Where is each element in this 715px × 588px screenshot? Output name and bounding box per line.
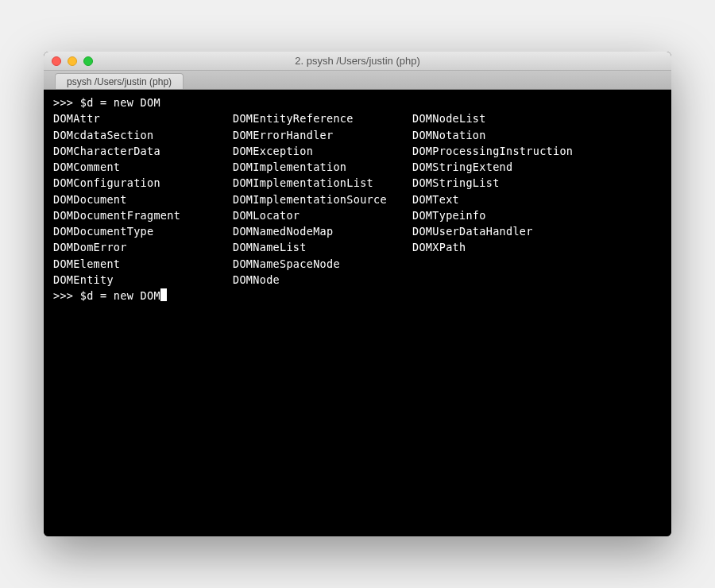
completion-item: DOMDocumentType (53, 223, 233, 239)
completion-item: DOMComment (53, 159, 233, 175)
completion-item: DOMNameSpaceNode (233, 256, 412, 272)
completion-item: DOMUserDataHandler (412, 223, 592, 239)
tab-bar: psysh /Users/justin (php) (44, 71, 671, 90)
completion-item: DOMNode (233, 272, 412, 288)
completion-column-2: DOMEntityReference DOMErrorHandler DOMEx… (233, 110, 412, 288)
completion-item: DOMXPath (412, 239, 592, 255)
completion-item: DOMStringList (412, 175, 592, 191)
completion-item: DOMImplementationSource (233, 191, 412, 207)
completion-item: DOMException (233, 143, 412, 159)
maximize-button[interactable] (83, 56, 93, 66)
completion-item: DOMProcessingInstruction (412, 143, 592, 159)
completion-item: DOMNameList (233, 239, 412, 255)
completion-item: DOMLocator (233, 207, 412, 223)
close-button[interactable] (52, 56, 61, 66)
completion-item: DOMErrorHandler (233, 127, 412, 143)
terminal-tab[interactable]: psysh /Users/justin (php) (55, 73, 184, 89)
completion-item: DOMNodeList (412, 110, 592, 126)
terminal-window: 2. psysh /Users/justin (php) psysh /User… (44, 52, 671, 536)
completion-item: DOMNotation (412, 127, 592, 143)
window-titlebar[interactable]: 2. psysh /Users/justin (php) (44, 52, 671, 71)
current-prompt-line: >>> $d = new DOM (53, 288, 662, 304)
completion-item: DOMDocumentFragment (53, 207, 233, 223)
completion-column-1: DOMAttr DOMcdataSection DOMCharacterData… (53, 110, 233, 288)
window-title: 2. psysh /Users/justin (php) (44, 55, 671, 67)
tab-label: psysh /Users/justin (php) (67, 76, 172, 87)
completion-item: DOMDocument (53, 191, 233, 207)
completion-item: DOMcdataSection (53, 127, 233, 143)
completion-item: DOMCharacterData (53, 143, 233, 159)
completion-item: DOMDomError (53, 239, 233, 255)
completion-item: DOMEntity (53, 272, 233, 288)
completion-item: DOMConfiguration (53, 175, 233, 191)
completion-item: DOMText (412, 191, 592, 207)
minimize-button[interactable] (68, 56, 77, 66)
completion-item: DOMStringExtend (412, 159, 592, 175)
completion-item: DOMImplementation (233, 159, 412, 175)
completion-item: DOMImplementationList (233, 175, 412, 191)
completion-item: DOMAttr (53, 110, 233, 126)
completion-item: DOMTypeinfo (412, 207, 592, 223)
completion-list: DOMAttr DOMcdataSection DOMCharacterData… (53, 110, 662, 288)
prompt-line: >>> $d = new DOM (53, 95, 662, 110)
traffic-lights (44, 56, 93, 66)
cursor (160, 288, 167, 301)
completion-item: DOMEntityReference (233, 110, 412, 126)
completion-item: DOMElement (53, 256, 233, 272)
prompt-text: >>> $d = new DOM (53, 289, 160, 302)
terminal-content[interactable]: >>> $d = new DOM DOMAttr DOMcdataSection… (44, 90, 671, 536)
completion-column-3: DOMNodeList DOMNotation DOMProcessingIns… (412, 110, 592, 288)
completion-item: DOMNamedNodeMap (233, 223, 412, 239)
